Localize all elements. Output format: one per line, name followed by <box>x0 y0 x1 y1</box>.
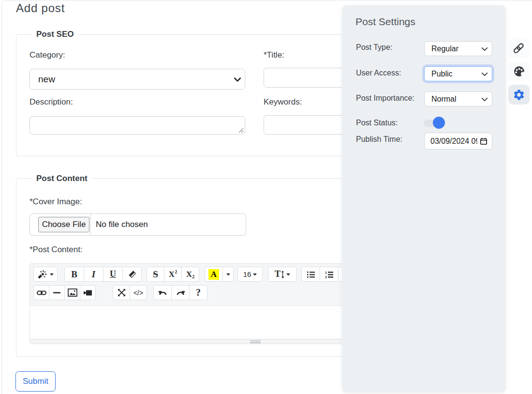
svg-text:2: 2 <box>325 275 327 278</box>
svg-text:1: 1 <box>325 271 327 274</box>
